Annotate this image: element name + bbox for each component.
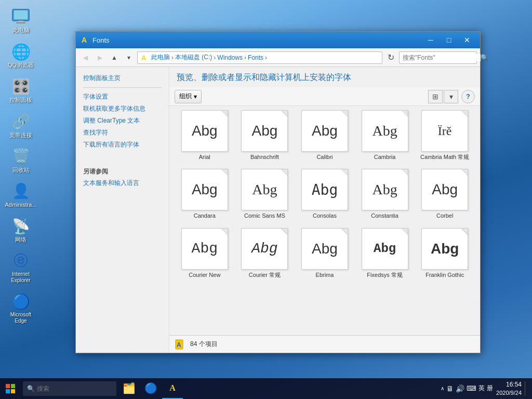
font-icon-consolas: Abg bbox=[301, 169, 348, 210]
font-preview-ebrima: Abg bbox=[312, 241, 338, 257]
up-button[interactable]: ▲ bbox=[108, 51, 121, 64]
font-grid-container[interactable]: Abg Arial Abg Bahnschrift bbox=[169, 106, 480, 335]
qq-label: QQ浏览器 bbox=[8, 62, 34, 69]
taskbar-fonts-app[interactable]: A bbox=[162, 378, 183, 399]
font-item-courier-new[interactable]: Abg Courier New bbox=[177, 226, 233, 281]
sidebar-cleartype[interactable]: 调整 ClearType 文本 bbox=[76, 115, 169, 127]
desktop-icon-my-computer[interactable]: 此电脑 bbox=[3, 5, 39, 36]
font-item-corbel[interactable]: Abg Corbel bbox=[417, 167, 473, 221]
font-item-arial[interactable]: Abg Arial bbox=[177, 108, 233, 163]
font-name-constantia: Constantia bbox=[371, 212, 398, 219]
sidebar-online-fonts[interactable]: 联机获取更多字体信息 bbox=[76, 103, 169, 115]
path-disk: 本地磁盘 (C:) bbox=[175, 53, 212, 62]
sidebar-control-panel-home[interactable]: 控制面板主页 bbox=[76, 72, 169, 84]
help-button[interactable]: ? bbox=[461, 90, 475, 103]
font-icon-courier-new: Abg bbox=[181, 228, 228, 270]
forward-button[interactable]: ▶ bbox=[94, 51, 106, 64]
font-item-calibri[interactable]: Abg Calibri bbox=[297, 108, 353, 163]
desktop: 此电脑 🌐 QQ浏览器 🎛️ 控制面板 🔗 宽带连接 🗑️ 回收站 👤 Admi… bbox=[0, 0, 532, 399]
font-item-fixedsys[interactable]: Abg Fixedsys 常规 bbox=[357, 226, 413, 281]
clock-time: 16:54 bbox=[496, 381, 522, 389]
taskbar-clock[interactable]: 16:54 2020/9/24 bbox=[496, 381, 522, 396]
desktop-icon-admin[interactable]: 👤 Administra... bbox=[3, 180, 39, 210]
status-count: 84 个项目 bbox=[190, 340, 218, 349]
taskbar-search-icon: 🔍 bbox=[27, 385, 35, 392]
taskbar-search-input[interactable] bbox=[37, 385, 112, 392]
sound-tray-icon[interactable]: 🔊 bbox=[456, 384, 464, 393]
keyboard-icon[interactable]: ⌨ bbox=[467, 384, 476, 392]
font-preview-calibri: Abg bbox=[312, 123, 338, 139]
close-button[interactable]: ✕ bbox=[458, 34, 476, 46]
sidebar-text-services[interactable]: 文本服务和输入语言 bbox=[76, 177, 169, 189]
tray-arrow-icon[interactable]: ∧ bbox=[441, 385, 444, 391]
show-desktop-button[interactable] bbox=[525, 381, 528, 396]
control-panel-icon: 🎛️ bbox=[11, 77, 30, 96]
sidebar-download-fonts[interactable]: 下载所有语言的字体 bbox=[76, 139, 169, 151]
desktop-icon-network[interactable]: 📡 网络 bbox=[3, 215, 39, 245]
back-button[interactable]: ◀ bbox=[79, 51, 91, 64]
font-preview-bahnschrift: Abg bbox=[251, 123, 277, 139]
desktop-icon-ie[interactable]: ⓔ InternetExplorer bbox=[3, 249, 39, 286]
lang-zh[interactable]: 册 bbox=[487, 384, 493, 393]
page-title-bar: 预览、删除或者显示和隐藏计算机上安装的字体 bbox=[169, 67, 480, 87]
lang-en[interactable]: 英 bbox=[478, 384, 485, 393]
font-name-comic-sans: Comic Sans MS bbox=[244, 212, 285, 219]
also-see-heading: 另请参阅 bbox=[76, 165, 169, 177]
font-preview-courier: Abg bbox=[251, 241, 277, 257]
taskbar-explorer-app[interactable]: 🗂️ bbox=[118, 378, 139, 399]
ie-label: InternetExplorer bbox=[11, 271, 30, 284]
sidebar: 控制面板主页 字体设置 联机获取更多字体信息 调整 ClearType 文本 查… bbox=[76, 67, 169, 353]
font-icon-cambria: Abg bbox=[362, 110, 408, 152]
font-item-cambria[interactable]: Abg Cambria bbox=[357, 108, 413, 163]
desktop-icon-control[interactable]: 🎛️ 控制面板 bbox=[3, 75, 39, 105]
taskbar-edge-app[interactable]: 🔵 bbox=[140, 378, 161, 399]
start-button[interactable] bbox=[0, 378, 21, 399]
font-item-ebrima[interactable]: Abg Ebrima bbox=[297, 226, 353, 281]
view-mode-button[interactable]: ⊞ bbox=[428, 90, 443, 103]
svg-text:A: A bbox=[177, 341, 181, 349]
font-item-consolas[interactable]: Abg Consolas bbox=[297, 167, 353, 221]
admin-label: Administra... bbox=[5, 202, 36, 208]
control-panel-label: 控制面板 bbox=[9, 97, 32, 103]
network-label: 网络 bbox=[15, 236, 26, 243]
font-item-franklin[interactable]: Abg Franklin Gothic bbox=[417, 226, 473, 281]
font-item-constantia[interactable]: Abg Constantia bbox=[357, 167, 413, 221]
refresh-button[interactable]: ↻ bbox=[384, 51, 397, 64]
font-item-candara[interactable]: Abg Candara bbox=[177, 167, 233, 221]
taskbar: 🔍 🗂️ 🔵 A ∧ 🖥 🔊 ⌨ 英 册 16:54 2020/9/24 bbox=[0, 378, 532, 399]
broadband-label: 宽带连接 bbox=[9, 132, 32, 139]
taskbar-search-bar[interactable]: 🔍 bbox=[23, 381, 116, 396]
font-preview-fixedsys: Abg bbox=[374, 242, 396, 256]
desktop-icon-qq[interactable]: 🌐 QQ浏览器 bbox=[3, 40, 39, 71]
font-item-courier[interactable]: Abg Courier 常规 bbox=[237, 226, 293, 281]
desktop-icon-broadband[interactable]: 🔗 宽带连接 bbox=[3, 110, 39, 141]
qq-icon: 🌐 bbox=[11, 42, 30, 61]
font-item-bahnschrift[interactable]: Abg Bahnschrift bbox=[237, 108, 293, 163]
view-dropdown-button[interactable]: ▾ bbox=[444, 90, 458, 103]
window-title: Fonts bbox=[92, 36, 422, 44]
taskbar-right: ∧ 🖥 🔊 ⌨ 英 册 16:54 2020/9/24 bbox=[441, 381, 532, 396]
sidebar-font-settings[interactable]: 字体设置 bbox=[76, 91, 169, 103]
organize-button[interactable]: 组织 ▾ bbox=[175, 90, 202, 103]
desktop-icon-recycle[interactable]: 🗑️ 回收站 bbox=[3, 145, 39, 176]
font-item-comic-sans[interactable]: Abg Comic Sans MS bbox=[237, 167, 293, 221]
font-icon-candara: Abg bbox=[181, 169, 228, 210]
font-preview-corbel: Abg bbox=[432, 181, 458, 198]
address-path[interactable]: A 此电脑 › 本地磁盘 (C:) › Windows › Fonts › bbox=[137, 51, 382, 64]
recent-locations-button[interactable]: ▾ bbox=[123, 51, 135, 64]
font-item-cambria-math[interactable]: Ïrě Cambria Math 常规 bbox=[417, 108, 473, 163]
font-preview-constantia: Abg bbox=[372, 181, 397, 198]
maximize-button[interactable]: □ bbox=[440, 34, 458, 46]
search-icon: 🔍 bbox=[481, 54, 488, 61]
sidebar-find-font[interactable]: 查找字符 bbox=[76, 127, 169, 139]
network-icon: 📡 bbox=[11, 217, 30, 235]
search-input[interactable] bbox=[403, 54, 481, 61]
network-tray-icon[interactable]: 🖥 bbox=[446, 384, 454, 393]
font-name-courier: Courier 常规 bbox=[249, 271, 281, 278]
minimize-button[interactable]: ─ bbox=[422, 34, 440, 46]
desktop-icon-edge[interactable]: 🔵 MicrosoftEdge bbox=[3, 290, 39, 326]
svg-rect-10 bbox=[6, 389, 10, 393]
path-windows: Windows bbox=[217, 54, 243, 61]
font-icon-cambria-math: Ïrě bbox=[421, 110, 468, 152]
font-preview-franklin: Abg bbox=[431, 241, 459, 257]
